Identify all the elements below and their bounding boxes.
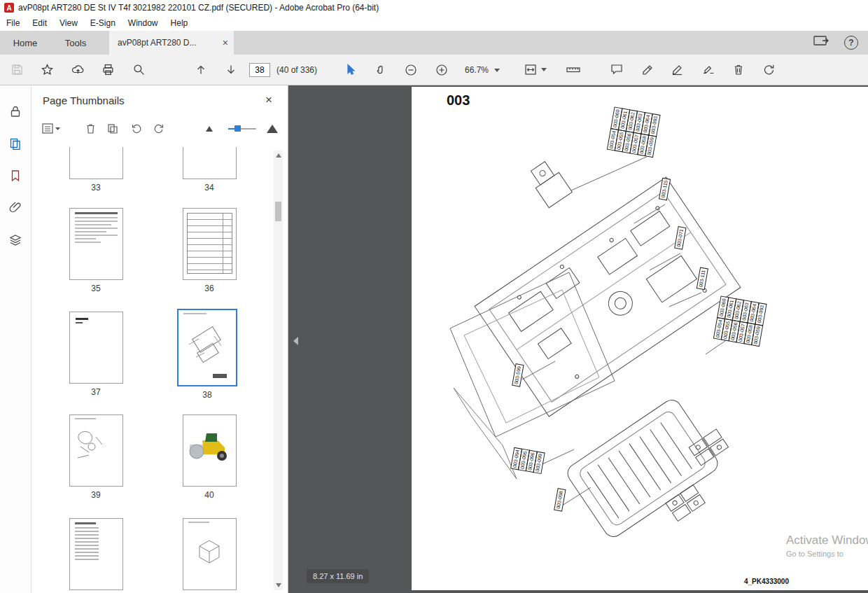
exploded-diagram (412, 87, 868, 590)
tab-home[interactable]: Home (0, 31, 50, 55)
menu-view[interactable]: View (53, 18, 84, 28)
thumbnail-page-number: 38 (177, 390, 237, 400)
menu-edit[interactable]: Edit (26, 18, 53, 28)
thumbnail-size-large-icon[interactable] (262, 119, 282, 139)
pdf-page[interactable]: 003 (412, 87, 868, 590)
thumbnail-page-39[interactable]: 39 (66, 414, 126, 500)
print-icon[interactable] (97, 59, 119, 81)
slider-knob[interactable] (234, 125, 241, 132)
thumbnail-page-34[interactable]: 34 (179, 147, 239, 193)
attachments-panel-icon[interactable] (5, 197, 26, 218)
cloud-upload-icon[interactable] (66, 59, 89, 81)
thumbnail-page-number: 37 (66, 387, 126, 397)
scroll-up-icon[interactable] (276, 153, 281, 158)
menu-esign[interactable]: E-Sign (84, 18, 122, 28)
rotate-left-icon[interactable] (127, 119, 146, 139)
star-favorites-icon[interactable] (36, 59, 58, 81)
thumbnail-page-37[interactable]: 37 (66, 312, 126, 397)
scroll-down-icon[interactable] (276, 583, 281, 587)
chevron-down-icon (541, 68, 547, 71)
zoom-out-icon[interactable] (400, 59, 422, 81)
window-title: avP08pt ART280 DE St IV T4f 3021982 2201… (18, 3, 379, 13)
thumbnail-image[interactable] (183, 147, 237, 179)
tab-document[interactable]: avP08pt ART280 D... × (109, 31, 234, 55)
thumbnail-page-number: 34 (179, 183, 239, 193)
ink-signature-icon[interactable] (666, 59, 689, 81)
select-tool-icon[interactable] (340, 59, 362, 81)
thumbnail-page-number: 33 (66, 183, 126, 193)
comment-icon[interactable] (606, 59, 628, 81)
layers-panel-icon[interactable] (5, 230, 26, 251)
thumbnail-page-number: 39 (66, 490, 126, 500)
highlighter-icon[interactable] (636, 59, 659, 81)
thumbnail-image[interactable] (69, 414, 123, 487)
thumbnail-image[interactable] (69, 518, 123, 590)
thumbnail-page-36[interactable]: 36 (179, 208, 239, 293)
page-number-input[interactable] (249, 63, 270, 77)
hand-tool-icon[interactable] (370, 59, 392, 81)
thumbnail-options-icon[interactable] (41, 119, 61, 139)
thumbnail-page-40[interactable]: 40 (179, 414, 239, 500)
figure-code: 4_PK4333000 (744, 578, 789, 585)
thumbnail-page-number: 40 (179, 490, 239, 500)
panel-title: Page Thumbnails (43, 95, 124, 106)
thumbnail-scrollbar[interactable] (274, 151, 283, 590)
security-lock-icon[interactable] (5, 101, 26, 122)
thumbnail-page-38[interactable]: 38 (177, 309, 237, 400)
menu-file[interactable]: File (0, 18, 26, 28)
copy-pages-icon[interactable] (103, 119, 122, 139)
delete-trash-icon[interactable] (727, 59, 750, 81)
scrollbar-thumb[interactable] (275, 202, 281, 221)
activate-windows-watermark: Activate Windows Go to Settings to (786, 533, 868, 558)
tab-close-icon[interactable]: × (223, 37, 228, 48)
menu-bar: File Edit View E-Sign Window Help (0, 15, 868, 31)
save-icon[interactable] (6, 59, 28, 81)
help-icon[interactable]: ? (844, 36, 858, 50)
zoom-in-icon[interactable] (430, 59, 453, 81)
part-label-group-top: 003-054003-060003-055003-061003-056003-0… (607, 107, 660, 158)
thumbnail-page-42[interactable]: 42 (179, 518, 239, 593)
next-page-icon[interactable] (220, 59, 242, 81)
thumbnail-size-small-icon[interactable] (200, 119, 219, 139)
thumbnail-image[interactable] (177, 309, 237, 386)
fit-page-dropdown[interactable] (520, 59, 551, 81)
thumbnail-page-35[interactable]: 35 (66, 208, 126, 293)
thumbnail-page-41[interactable]: 41 (66, 518, 126, 593)
zoom-level-dropdown[interactable]: 66.7% (465, 63, 500, 77)
panel-toolbar (31, 116, 288, 141)
document-canvas[interactable]: 003 (288, 85, 868, 593)
collapse-panel-icon[interactable] (290, 330, 300, 352)
chevron-down-icon (494, 69, 500, 72)
page-thumbnails-panel-icon[interactable] (5, 133, 26, 154)
thumbnail-image[interactable] (69, 312, 123, 384)
menu-help[interactable]: Help (164, 18, 195, 28)
panel-close-icon[interactable]: × (265, 93, 272, 107)
menu-window[interactable]: Window (122, 18, 164, 28)
rotate-right-icon[interactable] (149, 119, 169, 139)
main-toolbar: (40 of 336) 66.7% (0, 55, 868, 85)
thumbnail-image[interactable] (183, 414, 237, 487)
thumbnail-size-slider[interactable] (228, 128, 256, 130)
thumbnail-page-number: 36 (179, 284, 239, 293)
title-bar: A avP08pt ART280 DE St IV T4f 3021982 22… (0, 0, 868, 15)
tab-tools[interactable]: Tools (50, 31, 101, 55)
page-count-label: (40 of 336) (276, 65, 317, 75)
acrobat-window: A avP08pt ART280 DE St IV T4f 3021982 22… (0, 0, 868, 593)
search-zoom-icon[interactable] (127, 59, 150, 81)
page-thumbnails-panel: Page Thumbnails × (31, 85, 288, 593)
fill-sign-icon[interactable] (697, 59, 720, 81)
thumbnail-page-33[interactable]: 33 (66, 147, 126, 193)
redo-icon[interactable] (757, 59, 780, 81)
thumbnail-image[interactable] (69, 208, 123, 280)
thumbnail-image[interactable] (183, 518, 237, 590)
acrobat-app-icon: A (4, 3, 14, 13)
tab-bar: Home Tools avP08pt ART280 D... × ? (0, 31, 868, 55)
delete-pages-icon[interactable] (80, 119, 100, 139)
zoom-level-value: 66.7% (465, 65, 489, 75)
previous-page-icon[interactable] (190, 59, 212, 81)
thumbnail-image[interactable] (183, 208, 237, 280)
measure-ruler-icon[interactable] (562, 59, 584, 81)
share-screen-icon[interactable] (813, 35, 829, 50)
thumbnail-image[interactable] (69, 147, 123, 179)
bookmarks-panel-icon[interactable] (5, 165, 26, 186)
